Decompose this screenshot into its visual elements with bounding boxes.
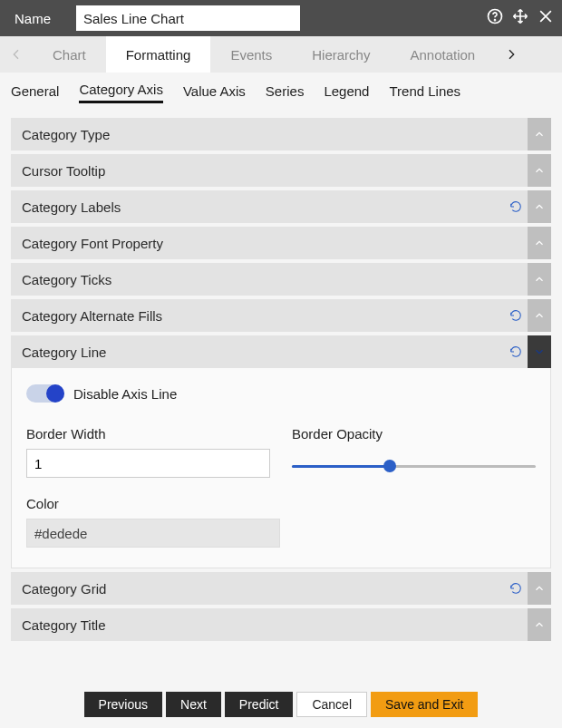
previous-button[interactable]: Previous xyxy=(84,692,162,717)
main-tabs: Chart Formatting Events Hierarchy Annota… xyxy=(0,36,562,73)
section-cursor-tooltip: Cursor Tooltip xyxy=(11,154,551,187)
section-title: Category Alternate Fills xyxy=(22,308,504,324)
section-category-font-property: Category Font Property xyxy=(11,227,551,259)
tab-chart[interactable]: Chart xyxy=(33,36,106,73)
fields-row: Border Width Border Opacity xyxy=(26,426,536,478)
collapse-toggle[interactable] xyxy=(528,263,551,296)
predict-button[interactable]: Predict xyxy=(225,692,294,717)
section-header[interactable]: Category Grid xyxy=(11,572,551,605)
toggle-knob xyxy=(46,384,64,403)
section-header[interactable]: Category Title xyxy=(11,608,551,641)
section-category-alternate-fills: Category Alternate Fills xyxy=(11,299,551,332)
section-header[interactable]: Category Alternate Fills xyxy=(11,299,551,332)
section-title: Category Grid xyxy=(22,581,504,597)
tabs-scroll-left[interactable] xyxy=(0,36,33,73)
disable-axis-line-row: Disable Axis Line xyxy=(26,384,536,403)
color-label: Color xyxy=(26,496,280,511)
collapse-toggle[interactable] xyxy=(528,299,551,332)
disable-axis-line-toggle[interactable] xyxy=(26,384,64,403)
sub-tabs: General Category Axis Value Axis Series … xyxy=(0,73,562,109)
subtab-trend-lines[interactable]: Trend Lines xyxy=(389,80,460,102)
section-header[interactable]: Category Labels xyxy=(11,190,551,223)
collapse-toggle[interactable] xyxy=(528,335,551,368)
section-header[interactable]: Category Font Property xyxy=(11,227,551,259)
cancel-button[interactable]: Cancel xyxy=(296,692,367,717)
border-opacity-field: Border Opacity xyxy=(292,426,536,478)
section-category-grid: Category Grid xyxy=(11,572,551,605)
tabs-scroll-right[interactable] xyxy=(495,36,528,73)
section-title: Category Title xyxy=(22,617,528,633)
collapse-toggle[interactable] xyxy=(528,572,551,605)
save-and-exit-button[interactable]: Save and Exit xyxy=(371,692,478,717)
slider-thumb[interactable] xyxy=(383,460,396,472)
section-title: Category Type xyxy=(22,127,528,142)
border-opacity-label: Border Opacity xyxy=(292,426,536,442)
reset-icon[interactable] xyxy=(504,581,528,596)
svg-point-1 xyxy=(495,20,496,21)
reset-icon[interactable] xyxy=(504,345,528,359)
color-input[interactable] xyxy=(26,519,280,548)
section-title: Category Line xyxy=(22,345,504,360)
border-width-label: Border Width xyxy=(26,426,270,442)
reset-icon[interactable] xyxy=(504,199,528,214)
collapse-toggle[interactable] xyxy=(528,154,551,187)
section-header[interactable]: Category Line xyxy=(11,335,551,368)
header-icons xyxy=(486,7,555,29)
section-title: Cursor Tooltip xyxy=(22,163,528,179)
section-header[interactable]: Category Ticks xyxy=(11,263,551,296)
color-field: Color xyxy=(26,496,280,548)
collapse-toggle[interactable] xyxy=(528,608,551,641)
subtab-general[interactable]: General xyxy=(11,80,59,102)
subtab-legend[interactable]: Legend xyxy=(324,80,369,102)
sections-container: Category Type Cursor Tooltip Category La… xyxy=(0,109,562,641)
close-icon[interactable] xyxy=(537,7,555,29)
section-header[interactable]: Category Type xyxy=(11,118,551,150)
next-button[interactable]: Next xyxy=(166,692,221,717)
section-category-labels: Category Labels xyxy=(11,190,551,223)
subtab-series[interactable]: Series xyxy=(266,80,305,102)
collapse-toggle[interactable] xyxy=(528,190,551,223)
section-title: Category Font Property xyxy=(22,236,528,251)
collapse-toggle[interactable] xyxy=(528,227,551,259)
disable-axis-line-label: Disable Axis Line xyxy=(73,386,177,402)
tab-hierarchy[interactable]: Hierarchy xyxy=(292,36,390,73)
help-icon[interactable] xyxy=(486,7,504,29)
footer-buttons: Previous Next Predict Cancel Save and Ex… xyxy=(0,692,562,717)
tab-events[interactable]: Events xyxy=(210,36,292,73)
section-category-title: Category Title xyxy=(11,608,551,641)
name-label: Name xyxy=(15,11,51,26)
section-category-ticks: Category Ticks xyxy=(11,263,551,296)
collapse-toggle[interactable] xyxy=(528,118,551,150)
section-category-line: Category Line Disable Axis Line Border W… xyxy=(11,335,551,568)
reset-icon[interactable] xyxy=(504,308,528,323)
tab-formatting[interactable]: Formatting xyxy=(106,36,211,73)
name-input[interactable] xyxy=(76,5,300,31)
border-width-input[interactable] xyxy=(26,449,270,478)
border-opacity-slider[interactable] xyxy=(292,449,536,468)
section-body: Disable Axis Line Border Width Border Op… xyxy=(11,368,551,568)
tab-annotation[interactable]: Annotation xyxy=(390,36,495,73)
subtab-category-axis[interactable]: Category Axis xyxy=(79,78,163,103)
move-icon[interactable] xyxy=(511,7,529,29)
border-width-field: Border Width xyxy=(26,426,270,478)
section-title: Category Labels xyxy=(22,199,504,215)
subtab-value-axis[interactable]: Value Axis xyxy=(183,80,246,102)
title-bar: Name xyxy=(0,0,562,36)
section-title: Category Ticks xyxy=(22,272,528,287)
section-header[interactable]: Cursor Tooltip xyxy=(11,154,551,187)
section-category-type: Category Type xyxy=(11,118,551,150)
